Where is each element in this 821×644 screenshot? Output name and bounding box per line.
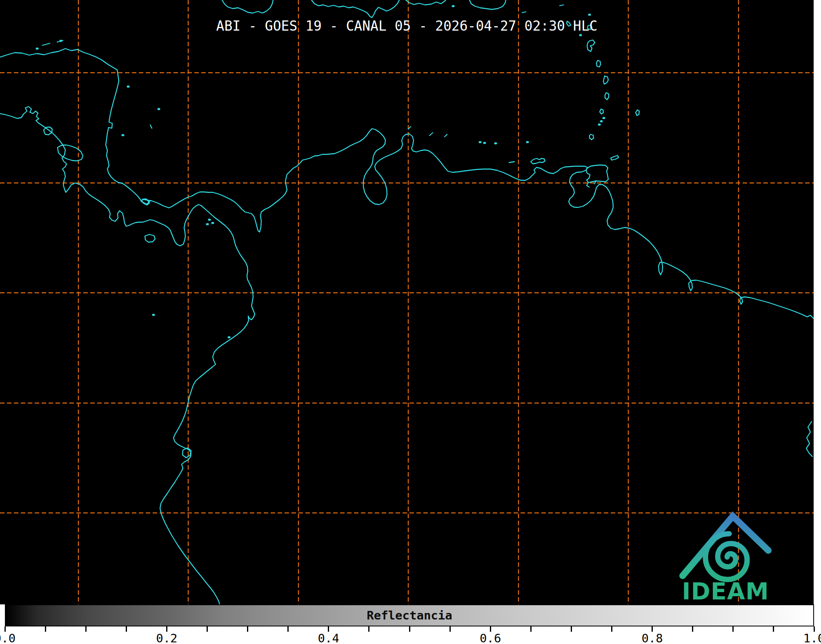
coastline-caribbean-south-america bbox=[0, 49, 814, 319]
colorbar-tick bbox=[126, 626, 127, 632]
colorbar: Reflectancia bbox=[5, 604, 814, 626]
logo-hurricane-swirl-icon bbox=[705, 534, 747, 579]
colorbar-tick-label: 0.2 bbox=[156, 631, 177, 644]
colorbar-tick bbox=[530, 626, 532, 632]
colorbar-tick bbox=[85, 626, 87, 632]
ideam-logo-mark bbox=[683, 516, 768, 579]
colorbar-tick bbox=[45, 626, 46, 632]
coastline-greater-antilles bbox=[222, 0, 506, 18]
colorbar-tick bbox=[611, 626, 612, 632]
small-island-dots bbox=[37, 6, 604, 337]
colorbar-tick bbox=[692, 626, 693, 632]
colorbar-tick-label: 0.4 bbox=[318, 631, 339, 644]
colorbar-tick-label: 1.0 bbox=[803, 631, 821, 644]
colorbar-tick-label: 0.0 bbox=[0, 631, 16, 644]
colorbar-tick bbox=[247, 626, 248, 632]
colorbar-tick bbox=[368, 626, 369, 632]
ideam-logo: IDEAM bbox=[670, 506, 776, 603]
colorbar-tick bbox=[571, 626, 572, 632]
colorbar-tick bbox=[732, 626, 734, 632]
coastline-amazon-fragment bbox=[806, 421, 812, 457]
colorbar-tick-label: 0.6 bbox=[480, 631, 501, 644]
coastline-pacific bbox=[0, 107, 255, 604]
ideam-logo-text: IDEAM bbox=[682, 578, 769, 603]
colorbar-tick bbox=[287, 626, 289, 632]
colorbar-tick-label: 0.8 bbox=[641, 631, 663, 644]
colorbar-tick bbox=[409, 626, 410, 632]
colorbar-tick bbox=[207, 626, 208, 632]
colorbar-label: Reflectancia bbox=[6, 605, 813, 626]
colorbar-tick bbox=[773, 626, 774, 632]
colorbar-tick bbox=[449, 626, 451, 632]
map-title: ABI - GOES 19 - CANAL 05 - 2026-04-27 02… bbox=[0, 18, 814, 34]
